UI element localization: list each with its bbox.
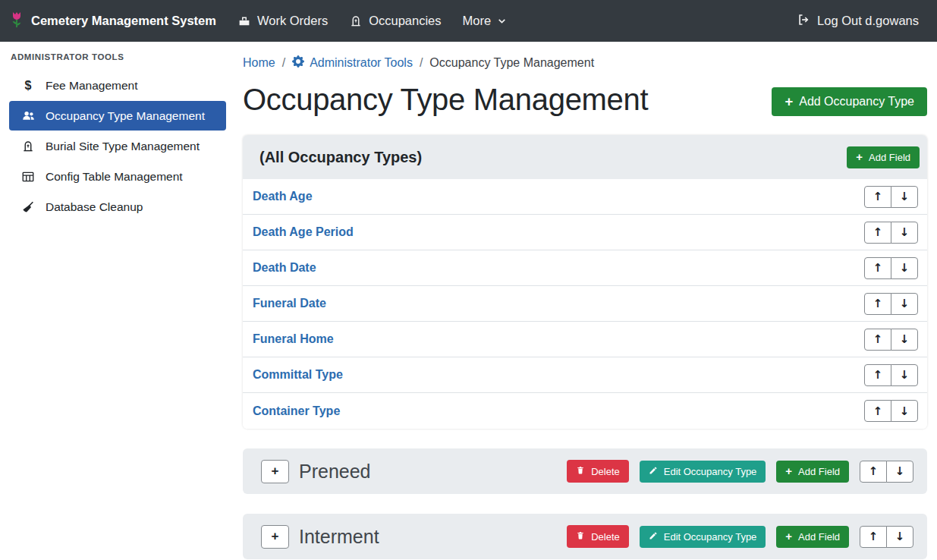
reorder-button-group: ↑ ↓ [864,329,918,351]
nav-item-work-orders[interactable]: Work Orders [237,14,328,28]
field-row: Container Type ↑ ↓ [243,393,927,429]
logout-label: Log Out d.gowans [817,14,919,28]
tombstone-icon [20,140,36,153]
sidebar-item-fee-management[interactable]: $ Fee Management [9,71,226,100]
move-up-button[interactable]: ↑ [864,400,891,422]
plus-icon: + [856,152,863,163]
field-link[interactable]: Death Age [253,190,313,203]
field-row: Funeral Date ↑ ↓ [243,286,927,322]
brand-link[interactable]: Cemetery Management System [9,10,216,33]
sidebar-item-occupancy-type-management[interactable]: Occupancy Type Management [9,101,226,131]
move-down-button[interactable]: ↓ [891,329,918,351]
brand-title: Cemetery Management System [31,14,216,28]
all-occupancy-types-card: (All Occupancy Types) + Add Field Death … [243,135,927,429]
edit-occupancy-type-button[interactable]: Edit Occupancy Type [640,461,766,483]
expand-button[interactable]: + [261,460,289,483]
broom-icon [20,200,36,214]
logout-button[interactable]: Log Out d.gowans [797,13,919,30]
trash-icon [576,530,585,543]
move-up-button[interactable]: ↑ [864,329,891,351]
gear-icon [292,55,304,71]
move-down-button[interactable]: ↓ [886,461,913,483]
field-link[interactable]: Death Date [253,261,316,275]
reorder-button-group: ↑ ↓ [864,222,918,244]
sidebar-item-label: Burial Site Type Management [46,140,200,153]
nav-label: Work Orders [257,14,328,28]
section-actions: Delete Edit Occupancy Type + Add Field ↑… [567,525,913,548]
field-row: Death Date ↑ ↓ [243,250,927,286]
page-header: Occupancy Type Management + Add Occupanc… [243,83,927,117]
field-link[interactable]: Death Age Period [253,225,354,239]
delete-button[interactable]: Delete [567,460,629,483]
plus-icon: + [785,95,793,109]
breadcrumb-admin-tools-link[interactable]: Administrator Tools [292,55,413,71]
move-down-button[interactable]: ↓ [891,400,918,422]
pencil-icon [649,531,658,543]
table-icon [20,170,36,184]
field-row: Funeral Home ↑ ↓ [243,322,927,357]
field-row: Death Age Period ↑ ↓ [243,215,927,250]
add-field-button[interactable]: + Add Field [776,526,849,548]
move-down-button[interactable]: ↓ [891,222,918,244]
reorder-button-group: ↑ ↓ [864,364,918,386]
breadcrumb-separator: / [420,56,423,70]
card-title: (All Occupancy Types) [259,149,422,166]
move-up-button[interactable]: ↑ [864,257,891,279]
sidebar-item-database-cleanup[interactable]: Database Cleanup [9,192,226,222]
move-up-button[interactable]: ↑ [864,222,891,244]
dollar-icon: $ [20,79,36,93]
field-row: Committal Type ↑ ↓ [243,357,927,393]
move-down-button[interactable]: ↓ [891,293,918,315]
breadcrumb: Home / Administrator Tools / Occupancy T… [243,55,927,71]
main-content: Home / Administrator Tools / Occupancy T… [235,42,937,560]
plus-icon: + [785,466,792,477]
move-down-button[interactable]: ↓ [886,526,913,548]
move-up-button[interactable]: ↑ [864,186,891,208]
breadcrumb-separator: / [282,56,285,70]
reorder-button-group: ↑ ↓ [864,186,918,208]
sidebar-item-label: Fee Management [46,79,138,93]
add-field-button[interactable]: + Add Field [776,461,849,483]
nav-item-occupancies[interactable]: Occupancies [349,14,441,28]
page-title: Occupancy Type Management [243,83,648,117]
logout-icon [797,13,810,30]
breadcrumb-home-link[interactable]: Home [243,56,275,70]
add-occupancy-type-button[interactable]: + Add Occupancy Type [772,87,927,116]
field-link[interactable]: Committal Type [253,368,343,382]
chevron-down-icon [497,16,507,26]
trash-icon [576,465,585,477]
move-up-button[interactable]: ↑ [864,364,891,386]
pencil-icon [649,466,658,477]
reorder-button-group: ↑ ↓ [864,293,918,315]
move-down-button[interactable]: ↓ [891,186,918,208]
reorder-button-group: ↑ ↓ [864,257,918,279]
expand-button[interactable]: + [261,525,289,549]
section-title: Interment [299,526,567,548]
sidebar: ADMINISTRATOR TOOLS $ Fee Management Occ… [0,42,235,560]
tombstone-icon [349,14,363,28]
field-link[interactable]: Container Type [253,404,340,418]
card-header: (All Occupancy Types) + Add Field [243,135,927,179]
field-link[interactable]: Funeral Home [253,332,334,346]
nav-item-more[interactable]: More [463,14,508,28]
move-up-button[interactable]: ↑ [860,526,887,548]
edit-occupancy-type-button[interactable]: Edit Occupancy Type [640,526,766,548]
delete-button[interactable]: Delete [567,525,629,548]
field-row: Death Age ↑ ↓ [243,179,927,215]
reorder-button-group: ↑ ↓ [864,400,918,422]
move-up-button[interactable]: ↑ [860,461,887,483]
sidebar-item-label: Config Table Management [46,170,183,184]
move-up-button[interactable]: ↑ [864,293,891,315]
sidebar-item-label: Occupancy Type Management [46,109,205,123]
navbar-links: Work Orders Occupancies More [237,14,507,28]
toolbox-icon [237,14,251,28]
sidebar-section-header: ADMINISTRATOR TOOLS [0,45,235,71]
sidebar-item-burial-site-type-management[interactable]: Burial Site Type Management [9,131,226,161]
top-navbar: Cemetery Management System Work Orders O… [0,0,937,42]
sidebar-item-config-table-management[interactable]: Config Table Management [9,162,226,191]
field-link[interactable]: Funeral Date [253,297,326,310]
move-down-button[interactable]: ↓ [891,257,918,279]
occupancy-type-section-preneed: + Preneed Delete Edit [243,448,927,494]
add-field-button[interactable]: + Add Field [847,146,920,168]
move-down-button[interactable]: ↓ [891,364,918,386]
